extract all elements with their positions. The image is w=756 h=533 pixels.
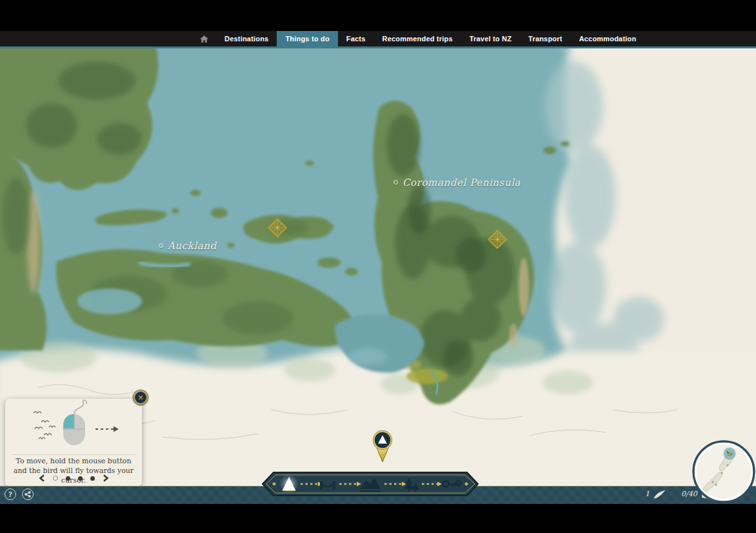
tutorial-illustration: [5, 399, 142, 452]
minimap[interactable]: [691, 439, 756, 504]
place-label-auckland: Auckland: [159, 240, 217, 252]
minimap-position-marker: [728, 453, 731, 456]
stage-mountain-active[interactable]: [279, 474, 299, 494]
quest-pin-mountain[interactable]: [370, 428, 395, 466]
top-nav: Destinations Things to do Facts Recommen…: [0, 31, 756, 46]
popup-close-button[interactable]: ✕: [134, 390, 148, 405]
nav-item-destinations[interactable]: Destinations: [216, 31, 277, 46]
app-window: Destinations Things to do Facts Recommen…: [0, 0, 756, 533]
prev-page-arrow[interactable]: [39, 474, 45, 482]
page-dot[interactable]: [90, 476, 95, 481]
nav-item-accommodation[interactable]: Accommodation: [571, 31, 645, 46]
share-button[interactable]: [22, 488, 34, 500]
nav-item-recommended-trips[interactable]: Recommended trips: [374, 31, 461, 46]
nav-item-travel-to-nz[interactable]: Travel to NZ: [461, 31, 520, 46]
quill-count: 1: [645, 490, 650, 498]
next-page-arrow[interactable]: [103, 474, 109, 482]
dashed-arrow-icon: [95, 427, 119, 432]
page-dot[interactable]: [66, 476, 70, 481]
mouse-left-button: [63, 414, 74, 428]
birds-icon: [34, 412, 55, 439]
page-dot[interactable]: [78, 476, 83, 481]
journey-stage-banner: [262, 472, 479, 496]
help-button[interactable]: ?: [5, 488, 16, 500]
nav-item-transport[interactable]: Transport: [520, 31, 571, 46]
home-icon-glyph: [200, 35, 208, 43]
place-label-coromandel-peninsula: Coromandel Peninsula: [393, 177, 521, 188]
question-icon: ?: [8, 489, 12, 500]
nav-item-things-to-do[interactable]: Things to do: [277, 31, 337, 46]
tutorial-popup: To move, hold the mouse button and the b…: [5, 399, 142, 486]
poi-marker-compass-diamond[interactable]: [488, 230, 507, 249]
mouse-icon: [63, 400, 86, 445]
place-marker-dot: [393, 180, 398, 185]
share-icon: [25, 491, 31, 498]
tutorial-pagination: [5, 474, 142, 482]
nav-item-facts[interactable]: Facts: [338, 31, 374, 46]
home-icon[interactable]: [192, 31, 216, 46]
popup-divider: [12, 454, 135, 455]
poi-marker-compass-diamond[interactable]: [268, 218, 287, 237]
place-marker-dot: [159, 243, 163, 248]
quill-icon[interactable]: [653, 490, 666, 499]
hud-buttons: ?: [5, 488, 34, 500]
page-dot-current[interactable]: [53, 476, 58, 481]
